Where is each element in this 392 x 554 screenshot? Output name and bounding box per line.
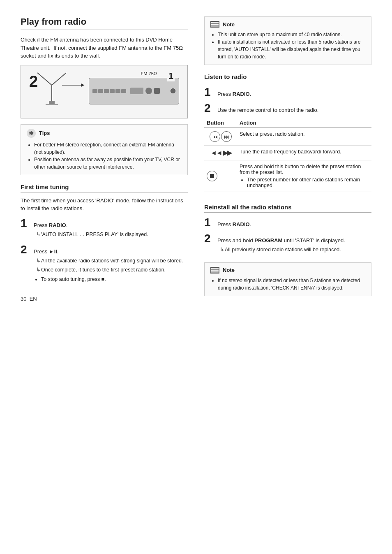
ff-rw-icon: ◄◄ ▶▶ xyxy=(207,149,235,157)
radio-keyword-1: RADIO xyxy=(49,222,66,228)
svg-rect-10 xyxy=(211,269,219,271)
note-bottom-header: Note xyxy=(210,267,365,274)
listen-step-2: 2 Use the remote control to control the … xyxy=(204,102,371,114)
button-cell-stop xyxy=(204,160,237,192)
sub-bullet-item: All previously stored radio stations wil… xyxy=(220,246,345,254)
note-icon-top xyxy=(210,21,219,28)
action-cell-tune: Tune the radio frequency backward/ forwa… xyxy=(237,146,371,160)
stop-button-icon xyxy=(207,171,217,181)
step-num-1: 1 xyxy=(21,218,29,229)
svg-line-1 xyxy=(37,73,52,85)
button-cell-skip: ⏮ ⏭ xyxy=(204,128,237,146)
note-bottom-item: If no stereo signal is detected or less … xyxy=(218,277,365,292)
tips-icon: ✱ xyxy=(27,129,36,138)
action-bullet-item: The preset number for other radio statio… xyxy=(247,177,369,188)
col-action: Action xyxy=(237,118,371,128)
button-action-table: Button Action ⏮ ⏭ Select a preset radio … xyxy=(204,118,371,192)
radio-keyword-2: RADIO xyxy=(233,91,250,97)
antenna-diagram: 2 xyxy=(21,65,188,118)
note-icon-bottom xyxy=(210,267,219,274)
reinstall-step-2: 2 Press and hold PROGRAM until 'START' i… xyxy=(204,233,371,255)
note-box-bottom: Note If no stereo signal is detected or … xyxy=(204,262,371,296)
prev-button-icon: ⏮ xyxy=(210,131,220,142)
table-row: Press and hold this button to delete the… xyxy=(204,160,371,192)
stop-square xyxy=(210,174,214,178)
listen-step-1-content: Press RADIO. xyxy=(217,90,251,98)
note-top-list: This unit can store up to a maximum of 4… xyxy=(210,31,365,60)
page-number: 30 EN xyxy=(21,296,188,302)
table-row: ◄◄ ▶▶ Tune the radio frequency backward/… xyxy=(204,146,371,160)
tips-item: Position the antenna as far away as poss… xyxy=(34,156,182,171)
step-2-bullets: To stop auto tuning, press ■. xyxy=(41,276,183,283)
play-keyword: ►II xyxy=(49,248,57,255)
reinstall-subbullets: All previously stored radio stations wil… xyxy=(217,246,345,254)
svg-rect-6 xyxy=(211,22,219,23)
left-column: Play from radio Check if the FM antenna … xyxy=(21,16,188,303)
skip-buttons: ⏮ ⏭ xyxy=(207,131,235,142)
sub-bullet-item: All the available radio stations with st… xyxy=(36,257,183,265)
note-bottom-list: If no stereo signal is detected or less … xyxy=(210,277,365,292)
col-button: Button xyxy=(204,118,237,128)
tips-list: For better FM stereo reception, connect … xyxy=(27,141,182,171)
step-2-content: Press ►II. All the available radio stati… xyxy=(34,248,183,283)
step-1-content: Press RADIO. 'AUTO INSTALL … PRESS PLAY'… xyxy=(34,221,148,240)
main-section-title: Play from radio xyxy=(21,16,188,30)
tips-item: For better FM stereo reception, connect … xyxy=(34,141,182,156)
reinstall-step-1-content: Press RADIO. xyxy=(217,220,251,229)
step-1-first-tuning: 1 Press RADIO. 'AUTO INSTALL … PRESS PLA… xyxy=(21,218,188,240)
listen-radio-title: Listen to radio xyxy=(204,73,371,82)
diagram-label-1: 1 xyxy=(167,71,175,81)
right-column: Note This unit can store up to a maximum… xyxy=(204,16,371,303)
step-1-subbullets: 'AUTO INSTALL … PRESS PLAY' is displayed… xyxy=(34,231,148,239)
next-button-icon: ⏭ xyxy=(221,131,232,142)
listen-step-2-content: Use the remote control to control the ra… xyxy=(217,106,318,114)
tips-box: ✱ Tips For better FM stereo reception, c… xyxy=(21,124,188,175)
note-top-header: Note xyxy=(210,21,365,28)
button-cell-ffrw: ◄◄ ▶▶ xyxy=(204,146,237,160)
reinstall-step-num-2: 2 xyxy=(204,233,212,244)
svg-rect-3 xyxy=(49,101,55,104)
step-num-2: 2 xyxy=(21,244,29,255)
step-2-subbullets: All the available radio stations with st… xyxy=(34,257,183,274)
reinstall-step-2-content: Press and hold PROGRAM until 'START' is … xyxy=(217,236,345,255)
intro-paragraph: Check if the FM antenna has been connect… xyxy=(21,36,188,60)
first-tuning-title: First time tuning xyxy=(21,183,188,192)
reinstall-title: Reinstall all the radio stations xyxy=(204,204,371,213)
device-grid xyxy=(92,89,126,93)
svg-rect-11 xyxy=(211,271,219,273)
action-bullet-list: The preset number for other radio statio… xyxy=(247,177,369,188)
listen-step-num-2: 2 xyxy=(204,102,212,114)
note-item: If auto installation is not activated or… xyxy=(218,38,365,60)
bullet-item: To stop auto tuning, press ■. xyxy=(41,276,183,283)
note-item: This unit can store up to a maximum of 4… xyxy=(218,31,365,38)
step-2-first-tuning: 2 Press ►II. All the available radio sta… xyxy=(21,244,188,283)
listen-step-num-1: 1 xyxy=(204,86,212,98)
first-tuning-desc: The first time when you access 'RADIO' m… xyxy=(21,197,188,213)
radio-keyword-3: RADIO xyxy=(233,221,250,227)
program-keyword: PROGRAM xyxy=(254,237,282,243)
action-cell-select: Select a preset radio station. xyxy=(237,128,371,146)
fm-label: FM 75Ω xyxy=(140,71,158,76)
table-row: ⏮ ⏭ Select a preset radio station. xyxy=(204,128,371,146)
tips-header: ✱ Tips xyxy=(27,129,182,138)
svg-rect-7 xyxy=(211,24,219,25)
svg-rect-8 xyxy=(211,25,219,27)
note-box-top: Note This unit can store up to a maximum… xyxy=(204,16,371,65)
svg-rect-9 xyxy=(211,268,219,269)
sub-bullet-item: 'AUTO INSTALL … PRESS PLAY' is displayed… xyxy=(36,231,148,239)
reinstall-step-1: 1 Press RADIO. xyxy=(204,217,371,229)
listen-step-1: 1 Press RADIO. xyxy=(204,86,371,98)
action-cell-delete: Press and hold this button to delete the… xyxy=(237,160,371,192)
reinstall-step-num-1: 1 xyxy=(204,217,212,228)
sub-bullet-item: Once complete, it tunes to the first pre… xyxy=(36,266,183,274)
